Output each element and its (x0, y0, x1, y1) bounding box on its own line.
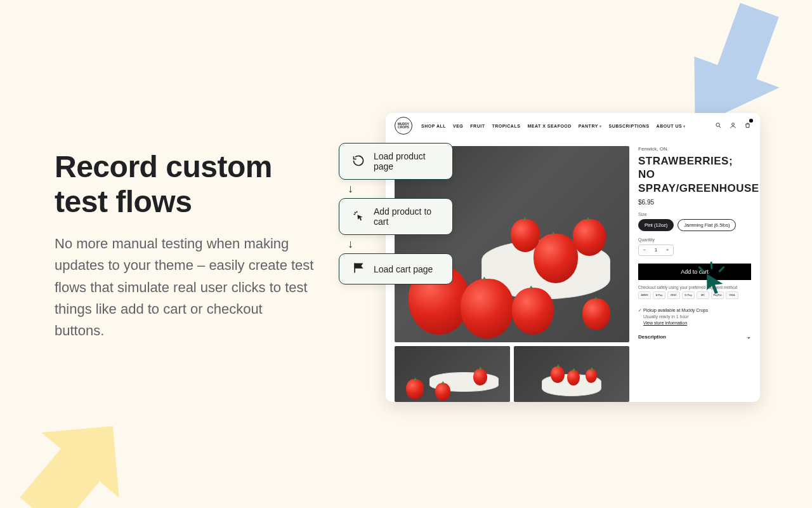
view-store-information-link[interactable]: View store information (638, 321, 751, 325)
search-icon[interactable] (715, 120, 722, 131)
pickup-availability: ✓Pickup available at Muddy Crops (638, 308, 751, 313)
product-location: Fenwick, ON. (638, 146, 751, 152)
product-title: STRAWBERRIES; NO SPRAY/GREENHOUSE (638, 154, 751, 195)
flow-step[interactable]: Load product page (339, 143, 453, 180)
nav-item[interactable]: MEAT X SEAFOOD (527, 124, 571, 128)
shop-nav: SHOP ALLVEGFRUITTROPICALSMEAT X SEAFOODP… (421, 124, 706, 128)
flow-step-label: Load product page (374, 151, 440, 171)
nav-item[interactable]: FRUIT (470, 124, 485, 128)
flag-icon (352, 262, 365, 276)
payment-card-icon: G Pay (682, 291, 695, 299)
hero-body: No more manual testing when making updat… (55, 233, 315, 341)
flow-arrow-icon: ↓ (348, 237, 353, 251)
refresh-icon (352, 154, 365, 169)
payment-card-icon: VISA (726, 291, 738, 299)
size-option[interactable]: Jamming Flat (6.5lbs) (678, 219, 736, 231)
flow-step-label: Add product to cart (374, 206, 440, 227)
payment-card-icon: DISC (667, 291, 680, 299)
quantity-decrement[interactable]: − (639, 247, 650, 253)
nav-item[interactable]: SUBSCRIPTIONS (609, 124, 650, 128)
size-option[interactable]: Pint (12oz) (638, 219, 674, 231)
quantity-increment[interactable]: + (662, 247, 673, 253)
svg-point-2 (732, 123, 735, 126)
nav-item[interactable]: VEG (453, 124, 463, 128)
description-accordion[interactable]: Description ⌄ (638, 334, 751, 340)
payment-card-icon: A Pay (653, 291, 665, 299)
nav-item[interactable]: SHOP ALL (421, 124, 446, 128)
cursor-overlay-icon (703, 272, 727, 298)
hero-title: Record custom test flows (55, 149, 315, 219)
svg-point-0 (716, 123, 720, 127)
add-to-cart-button[interactable]: Add to cart (638, 264, 751, 280)
quantity-stepper[interactable]: − 1 + (638, 244, 674, 256)
pickup-ready-time: Usually ready in 1 hour (638, 314, 751, 319)
nav-item[interactable]: ABOUT US (657, 124, 686, 128)
cart-icon[interactable] (744, 120, 751, 131)
decorative-arrow-yellow (13, 406, 140, 508)
product-price: $6.95 (638, 199, 751, 206)
nav-item[interactable]: PANTRY (579, 124, 602, 128)
product-thumbnail[interactable] (395, 346, 510, 402)
nav-item[interactable]: TROPICALS (492, 124, 520, 128)
checkout-safely-text: Checkout safely using your preferred pay… (638, 285, 751, 290)
flow-step[interactable]: Load cart page (339, 253, 453, 284)
quantity-label: Quantity (638, 237, 751, 242)
flow-step[interactable]: Add product to cart (339, 198, 453, 235)
quantity-value: 1 (650, 247, 662, 253)
account-icon[interactable] (730, 120, 737, 131)
chevron-down-icon: ⌄ (747, 334, 751, 340)
product-thumbnail[interactable] (514, 346, 629, 402)
shop-logo[interactable]: MUDDY CROPS (395, 117, 412, 135)
flow-step-label: Load cart page (374, 264, 433, 274)
flow-arrow-icon: ↓ (348, 182, 353, 196)
click-icon (352, 210, 365, 224)
payment-card-icon: AMEX (638, 291, 651, 299)
svg-line-1 (719, 126, 721, 128)
size-label: Size (638, 212, 751, 217)
